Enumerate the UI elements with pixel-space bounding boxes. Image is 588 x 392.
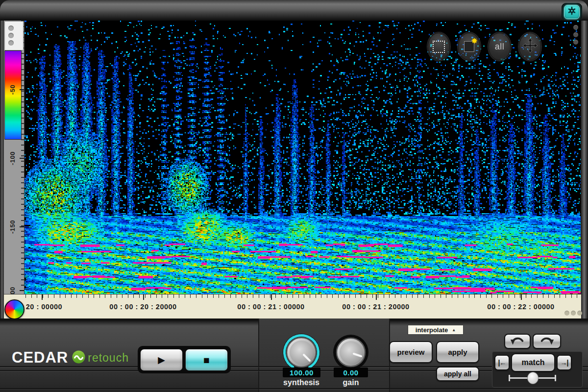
play-icon: ▶ [158, 355, 165, 365]
brand-logo: CEDAR retouch [12, 349, 129, 367]
brand-name: CEDAR [12, 349, 68, 367]
triangle-up-icon: ▲ [452, 328, 456, 332]
cedar-logo-icon [72, 350, 85, 366]
synthesis-value[interactable]: 100.00 [283, 368, 320, 377]
title-bar [0, 0, 588, 21]
ruler-handle-panel[interactable] [4, 21, 24, 50]
time-major-tick [143, 294, 144, 300]
time-label: 00 : 00 : 22 : 00000 [487, 303, 554, 311]
db-label: -150 [9, 220, 16, 234]
right-frame [581, 21, 588, 319]
db-major-tick [20, 158, 24, 159]
apply-all-button[interactable]: apply all [436, 367, 479, 381]
time-axis: : 20 : 0000000 : 00 : 20 : 2000000 : 00 … [4, 294, 581, 319]
db-major-tick [20, 89, 24, 90]
time-axis-ticks [25, 294, 581, 298]
time-label: 00 : 00 : 20 : 20000 [109, 303, 176, 311]
spectrogram-drag-dots[interactable] [573, 25, 578, 45]
next-marker-button[interactable]: →| [557, 355, 572, 370]
ruler-drag-dots[interactable] [8, 25, 14, 46]
settings-button[interactable] [564, 5, 580, 19]
play-button[interactable]: ▶ [140, 349, 183, 371]
app-window: -50-100-15000 ✸ all : 20 : 0000000 : 00 … [0, 0, 588, 392]
pan-button[interactable] [518, 32, 541, 61]
spectrogram-canvas[interactable] [24, 21, 581, 294]
apply-button[interactable]: apply [436, 341, 479, 363]
dot [564, 311, 569, 316]
square-star-icon: ✸ [464, 41, 474, 52]
brand-product: retouch [88, 351, 129, 365]
undo-arrow-icon [509, 335, 526, 348]
preview-button[interactable]: preview [389, 341, 433, 363]
db-major-tick [20, 290, 24, 291]
time-major-tick [376, 294, 377, 300]
stop-button[interactable]: ■ [185, 349, 228, 371]
stop-icon: ■ [203, 355, 210, 365]
time-major-tick [42, 294, 43, 300]
settings-button-backing [562, 3, 582, 21]
left-frame [0, 21, 4, 319]
undo-button[interactable] [504, 334, 531, 349]
gain-knob[interactable] [332, 334, 369, 373]
gain-label: gain [343, 378, 359, 387]
db-label: -50 [9, 85, 16, 95]
db-ruler: -50-100-15000 [4, 21, 24, 294]
dot [8, 25, 14, 31]
dot [8, 40, 14, 46]
interpolate-label: interpolate [416, 326, 448, 334]
dot [573, 25, 578, 30]
star-icon: ✸ [471, 37, 478, 45]
time-strip-drag-dots[interactable] [564, 311, 582, 316]
time-label: : 20 : 00000 [21, 303, 62, 311]
select-all-button[interactable]: all [488, 32, 511, 61]
time-major-tick [521, 294, 522, 300]
marquee-select-button[interactable] [427, 32, 450, 61]
groove-line [0, 388, 588, 389]
dot [571, 311, 576, 316]
match-slider-thumb[interactable] [527, 372, 539, 384]
gain-value[interactable]: 0.00 [334, 368, 368, 377]
redo-arrow-icon [539, 335, 555, 348]
select-all-label: all [495, 42, 505, 52]
move-cross-icon [522, 38, 538, 55]
dot [8, 33, 14, 38]
match-button[interactable]: match [511, 353, 555, 372]
transport-group: ▶ ■ [138, 346, 231, 373]
db-label: 00 [9, 287, 16, 294]
knob-panel [258, 318, 390, 392]
redo-button[interactable] [533, 334, 561, 349]
db-label: -100 [9, 151, 16, 165]
time-label: 00 : 00 : 21 : 00000 [237, 303, 304, 311]
time-label: 00 : 00 : 21 : 20000 [342, 303, 409, 311]
time-major-tick [271, 294, 272, 300]
copy-patch-button[interactable]: ✸ [458, 32, 481, 61]
db-major-tick [20, 226, 24, 227]
previous-marker-button[interactable]: |← [494, 355, 510, 370]
synthesis-label: synthesis [283, 378, 319, 387]
dot [573, 40, 578, 45]
dot [573, 32, 578, 37]
interpolate-dropdown[interactable]: interpolate ▲ [408, 325, 464, 335]
gear-icon [567, 6, 577, 18]
db-colorbar [4, 50, 22, 140]
color-wheel[interactable] [4, 299, 24, 319]
dotted-square-icon [433, 41, 445, 53]
dot [577, 311, 582, 316]
